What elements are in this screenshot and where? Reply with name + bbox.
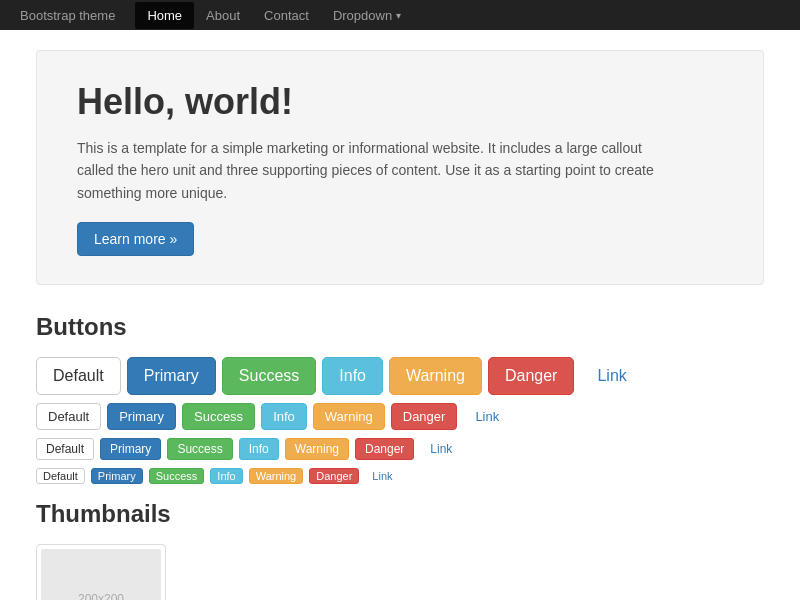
- btn-link-xs[interactable]: Link: [365, 468, 399, 484]
- hero-title: Hello, world!: [77, 81, 723, 123]
- nav-link-about[interactable]: About: [194, 2, 252, 29]
- btn-primary-xs[interactable]: Primary: [91, 468, 143, 484]
- chevron-down-icon: ▾: [396, 10, 401, 21]
- buttons-title: Buttons: [36, 313, 764, 341]
- nav-item-home[interactable]: Home: [135, 2, 194, 29]
- thumbnail-item[interactable]: 200x200: [36, 544, 166, 600]
- btn-warning-xs[interactable]: Warning: [249, 468, 304, 484]
- navbar-brand[interactable]: Bootstrap theme: [20, 8, 115, 23]
- btn-danger-md[interactable]: Danger: [391, 403, 458, 430]
- btn-info-sm[interactable]: Info: [239, 438, 279, 460]
- btn-warning-lg[interactable]: Warning: [389, 357, 482, 395]
- btn-primary-md[interactable]: Primary: [107, 403, 176, 430]
- learn-more-button[interactable]: Learn more »: [77, 222, 194, 256]
- nav-link-dropdown[interactable]: Dropdown ▾: [321, 2, 413, 29]
- btn-default-lg[interactable]: Default: [36, 357, 121, 395]
- main-content: Hello, world! This is a template for a s…: [20, 30, 780, 600]
- btn-info-lg[interactable]: Info: [322, 357, 383, 395]
- btn-link-md[interactable]: Link: [463, 403, 511, 430]
- btn-link-lg[interactable]: Link: [580, 357, 643, 395]
- btn-warning-sm[interactable]: Warning: [285, 438, 349, 460]
- button-row-xs: Default Primary Success Info Warning Dan…: [36, 468, 764, 484]
- nav-item-about[interactable]: About: [194, 2, 252, 29]
- navbar: Bootstrap theme Home About Contact Dropd…: [0, 0, 800, 30]
- nav-item-dropdown[interactable]: Dropdown ▾: [321, 2, 413, 29]
- buttons-section: Buttons Default Primary Success Info War…: [36, 313, 764, 484]
- btn-primary-lg[interactable]: Primary: [127, 357, 216, 395]
- btn-danger-sm[interactable]: Danger: [355, 438, 414, 460]
- btn-default-xs[interactable]: Default: [36, 468, 85, 484]
- btn-warning-md[interactable]: Warning: [313, 403, 385, 430]
- thumbnails-section: Thumbnails 200x200: [36, 500, 764, 600]
- btn-primary-sm[interactable]: Primary: [100, 438, 161, 460]
- hero-section: Hello, world! This is a template for a s…: [36, 50, 764, 285]
- btn-danger-xs[interactable]: Danger: [309, 468, 359, 484]
- button-row-sm: Default Primary Success Info Warning Dan…: [36, 438, 764, 460]
- thumbnail-placeholder: 200x200: [41, 549, 161, 600]
- btn-success-md[interactable]: Success: [182, 403, 255, 430]
- nav-item-contact[interactable]: Contact: [252, 2, 321, 29]
- btn-default-md[interactable]: Default: [36, 403, 101, 430]
- btn-success-lg[interactable]: Success: [222, 357, 316, 395]
- button-row-md: Default Primary Success Info Warning Dan…: [36, 403, 764, 430]
- button-row-lg: Default Primary Success Info Warning Dan…: [36, 357, 764, 395]
- hero-description: This is a template for a simple marketin…: [77, 137, 657, 204]
- btn-default-sm[interactable]: Default: [36, 438, 94, 460]
- btn-danger-lg[interactable]: Danger: [488, 357, 574, 395]
- nav-link-contact[interactable]: Contact: [252, 2, 321, 29]
- btn-success-sm[interactable]: Success: [167, 438, 232, 460]
- navbar-nav: Home About Contact Dropdown ▾: [135, 2, 413, 29]
- btn-info-xs[interactable]: Info: [210, 468, 242, 484]
- thumbnails-title: Thumbnails: [36, 500, 764, 528]
- nav-link-home[interactable]: Home: [135, 2, 194, 29]
- btn-info-md[interactable]: Info: [261, 403, 307, 430]
- btn-link-sm[interactable]: Link: [420, 438, 462, 460]
- btn-success-xs[interactable]: Success: [149, 468, 205, 484]
